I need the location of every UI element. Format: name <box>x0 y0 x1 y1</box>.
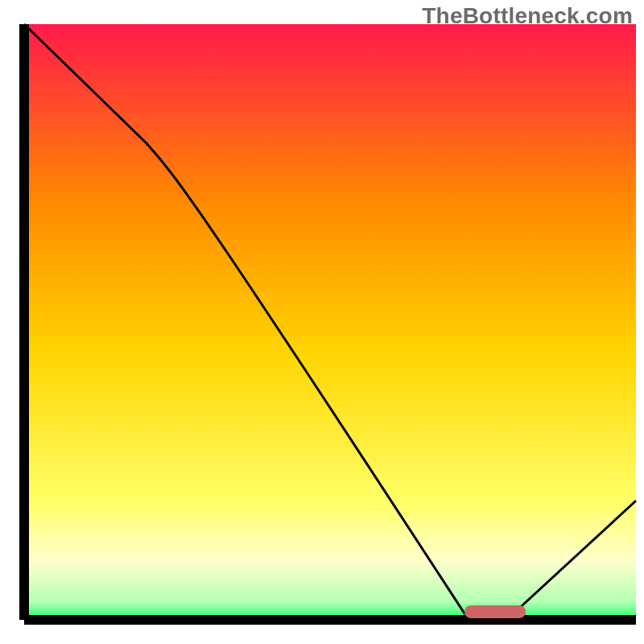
chart-svg <box>0 0 644 644</box>
watermark-text: TheBottleneck.com <box>422 3 633 29</box>
optimal-range-marker <box>464 605 526 618</box>
bottleneck-chart: TheBottleneck.com <box>0 0 644 644</box>
